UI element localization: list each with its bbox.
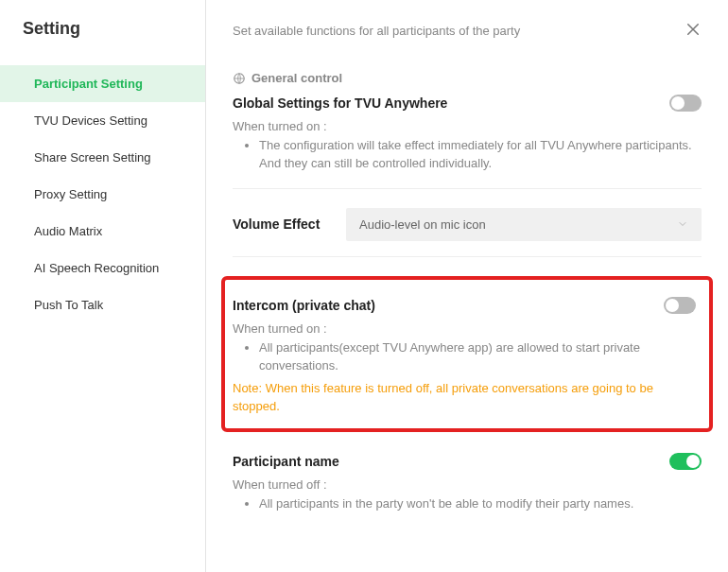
participant-name-title: Participant name <box>233 454 339 469</box>
chevron-down-icon <box>677 218 688 230</box>
participant-name-when-off: When turned off : <box>233 477 702 492</box>
intercom-bullet: All participants(except TVU Anywhere app… <box>259 339 696 375</box>
participant-name-section: Participant name When turned off : All p… <box>233 453 702 529</box>
intercom-title: Intercom (private chat) <box>233 298 375 313</box>
participant-name-bullet-list: All participants in the party won't be a… <box>233 495 702 513</box>
close-button[interactable] <box>685 21 702 41</box>
close-icon <box>685 21 702 38</box>
global-bullet-list: The configuration will take effect immed… <box>233 137 702 173</box>
intercom-note: Note: When this feature is turned off, a… <box>233 380 696 414</box>
sidebar-item-ai-speech-recognition[interactable]: AI Speech Recognition <box>0 250 205 286</box>
participant-name-bullet: All participants in the party won't be a… <box>259 495 702 513</box>
volume-effect-select[interactable]: Audio-level on mic icon <box>346 208 702 241</box>
volume-effect-selected: Audio-level on mic icon <box>359 217 486 232</box>
sidebar: Setting Participant Setting TVU Devices … <box>0 0 206 572</box>
participant-name-toggle[interactable] <box>669 453 702 470</box>
main-panel: Set available functions for all particip… <box>206 0 728 572</box>
main-subtitle: Set available functions for all particip… <box>233 24 520 38</box>
intercom-highlight: Intercom (private chat) When turned on :… <box>221 276 713 432</box>
global-settings-title: Global Settings for TVU Anywhere <box>233 95 447 111</box>
global-settings-toggle[interactable] <box>669 95 702 112</box>
sidebar-item-share-screen-setting[interactable]: Share Screen Setting <box>0 139 205 176</box>
intercom-bullet-list: All participants(except TVU Anywhere app… <box>233 339 696 375</box>
volume-effect-section: Volume Effect Audio-level on mic icon <box>233 208 702 257</box>
sidebar-item-participant-setting[interactable]: Participant Setting <box>0 65 205 102</box>
sidebar-title: Setting <box>0 19 205 65</box>
sidebar-item-audio-matrix[interactable]: Audio Matrix <box>0 213 205 250</box>
sidebar-item-tvu-devices-setting[interactable]: TVU Devices Setting <box>0 102 205 139</box>
sidebar-item-push-to-talk[interactable]: Push To Talk <box>0 286 205 323</box>
global-when-on: When turned on : <box>233 119 702 133</box>
intercom-toggle[interactable] <box>664 297 696 314</box>
global-bullet: The configuration will take effect immed… <box>259 137 702 173</box>
general-control-header: General control <box>233 71 702 85</box>
sidebar-item-proxy-setting[interactable]: Proxy Setting <box>0 176 205 213</box>
volume-effect-label: Volume Effect <box>233 217 327 232</box>
globe-icon <box>233 72 246 85</box>
general-control-label: General control <box>251 71 342 85</box>
global-settings-section: General control Global Settings for TVU … <box>233 71 702 189</box>
main-header: Set available functions for all particip… <box>233 21 702 71</box>
intercom-when-on: When turned on : <box>233 321 696 336</box>
